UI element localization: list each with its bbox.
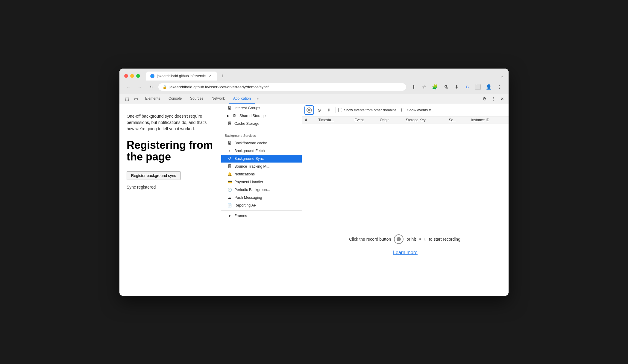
download-status-icon[interactable]: ⬇	[452, 83, 461, 91]
record-button[interactable]	[304, 105, 314, 115]
sidebar-item-label: Interest Groups	[234, 106, 260, 110]
empty-state: Click the record button or hit ⌘ E to st…	[302, 194, 509, 296]
push-messaging-icon: ☁	[227, 195, 232, 200]
clear-button[interactable]: ⊘	[315, 106, 324, 114]
sidebar-item-reporting-api[interactable]: 📄 Reporting API	[221, 201, 302, 209]
page-intro: One-off background sync doesn't require …	[127, 113, 214, 132]
sync-status: Sync registered	[127, 185, 214, 189]
show-events-input-2[interactable]	[401, 108, 405, 112]
close-devtools-icon[interactable]: ✕	[498, 95, 506, 103]
profile-icon[interactable]: 👤	[485, 83, 493, 91]
sidebar-item-label: Periodic Backgroun...	[234, 188, 270, 192]
sidebar-item-interest-groups[interactable]: 🗄 Interest Groups	[221, 104, 302, 112]
devtools-toolbar: ⬚ ▭ Elements Console Sources Network App…	[119, 94, 509, 104]
settings-icon[interactable]: ⚙	[480, 95, 488, 103]
notifications-icon: 🔔	[227, 172, 232, 177]
inspect-element-icon[interactable]: ⬚	[123, 95, 131, 103]
hint-record-dot	[397, 237, 401, 241]
cache-storage-icon: 🗄	[227, 121, 232, 126]
bookmark-icon[interactable]: ☆	[420, 83, 428, 91]
download-button[interactable]: ⬇	[325, 106, 333, 114]
sidebar-item-label: Push Messaging	[234, 195, 262, 200]
sidebar-item-label: Bounce Tracking Mi...	[234, 164, 270, 169]
periodic-background-icon: 🕐	[227, 187, 232, 192]
page-heading: Registering from the page	[127, 139, 214, 163]
maximize-button[interactable]	[136, 74, 140, 78]
minimize-button[interactable]	[130, 74, 134, 78]
sidebar-item-background-fetch[interactable]: ↕ Background Fetch	[221, 147, 302, 155]
sidebar-item-frames[interactable]: ▼ Frames	[221, 212, 302, 220]
extensions-icon[interactable]: 🧩	[431, 83, 439, 91]
tab-application[interactable]: Application	[229, 94, 255, 104]
sidebar-item-notifications[interactable]: 🔔 Notifications	[221, 170, 302, 178]
devtools-left-icons: ⬚ ▭	[122, 94, 141, 104]
device-toolbar-icon[interactable]: ▭	[132, 95, 140, 103]
register-sync-button[interactable]: Register background sync	[127, 171, 180, 180]
background-sync-icon: ↺	[227, 156, 232, 161]
refresh-button[interactable]: ↻	[147, 83, 155, 91]
sidebar-item-label: Payment Handler	[234, 180, 263, 184]
tab-close-button[interactable]: ✕	[208, 74, 213, 78]
col-number: #	[302, 116, 315, 124]
events-table: # Timesta... Event Origin Storage Key Se…	[302, 116, 509, 194]
title-bar: 🌐 jakearchibald.github.io/isservic ✕ + ⌄	[119, 69, 509, 81]
tab-favicon: 🌐	[150, 74, 154, 78]
hint-record-icon	[394, 234, 404, 244]
forward-button[interactable]: →	[136, 83, 144, 91]
google-icon[interactable]: G	[463, 83, 471, 91]
tab-sources[interactable]: Sources	[186, 94, 207, 104]
sidebar-item-label: Notifications	[234, 172, 255, 176]
events-data-table: # Timesta... Event Origin Storage Key Se…	[302, 116, 509, 124]
tab-console[interactable]: Console	[164, 94, 186, 104]
more-tabs-button[interactable]: »	[255, 94, 261, 103]
back-button[interactable]: ←	[124, 83, 133, 91]
col-storage-key: Storage Key	[403, 116, 446, 124]
hint-text-end: to start recording.	[429, 237, 462, 242]
sidebar-item-shared-storage[interactable]: ▶ 🗄 Shared Storage	[221, 112, 302, 120]
window-controls: ⌄	[500, 73, 504, 79]
record-hint: Click the record button or hit ⌘ E to st…	[349, 234, 462, 244]
sidebar-item-background-sync[interactable]: ↺ Background Sync	[221, 155, 302, 163]
interest-groups-icon: 🗄	[227, 106, 232, 110]
reporting-api-icon: 📄	[227, 203, 232, 208]
tab-elements[interactable]: Elements	[141, 94, 164, 104]
show-events-checkbox-1[interactable]: Show events from other domains	[338, 108, 396, 112]
devtools-right-icons: ⚙ ⋮ ✕	[480, 95, 506, 103]
sidebar-item-cache-storage[interactable]: 🗄 Cache Storage	[221, 120, 302, 128]
devtools-sidebar: 🗄 Interest Groups ▶ 🗄 Shared Storage 🗄 C…	[221, 104, 302, 296]
devtools-tabs: Elements Console Sources Network Applica…	[141, 94, 480, 104]
sidebar-item-bounce-tracking[interactable]: 🗄 Bounce Tracking Mi...	[221, 163, 302, 170]
new-tab-button[interactable]: +	[218, 72, 227, 81]
arrow-icon: ▶	[227, 114, 229, 117]
tab-network[interactable]: Network	[207, 94, 229, 104]
url-bar[interactable]: 🔒 jakearchibald.github.io/isserviceworke…	[158, 83, 406, 91]
close-button[interactable]	[124, 74, 128, 78]
sidebar-item-push-messaging[interactable]: ☁ Push Messaging	[221, 194, 302, 201]
shared-storage-icon: 🗄	[232, 113, 237, 118]
show-events-checkbox-2[interactable]: Show events fr...	[401, 108, 434, 112]
tabs-bar: 🌐 jakearchibald.github.io/isservic ✕ +	[146, 72, 496, 81]
background-services-header: Background Services	[221, 130, 302, 139]
devtools-panel: ⊘ ⬇ Show events from other domains Show …	[302, 104, 509, 296]
background-fetch-icon: ↕	[227, 148, 232, 153]
col-se: Se...	[446, 116, 468, 124]
traffic-lights	[124, 74, 140, 78]
split-screen-icon[interactable]: ⬜	[474, 83, 482, 91]
show-events-input-1[interactable]	[338, 108, 342, 112]
tab-title: jakearchibald.github.io/isservic	[157, 74, 206, 78]
sidebar-item-back-forward-cache[interactable]: 🗄 Back/forward cache	[221, 139, 302, 147]
more-options-icon[interactable]: ⋮	[489, 95, 497, 103]
browser-tab[interactable]: 🌐 jakearchibald.github.io/isservic ✕	[146, 72, 217, 81]
sidebar-item-label: Frames	[234, 214, 247, 218]
sidebar-item-label: Background Sync	[234, 157, 264, 161]
learn-more-link[interactable]: Learn more	[393, 250, 418, 255]
chevron-down-icon: ⌄	[500, 73, 504, 78]
sidebar-item-periodic-background[interactable]: 🕐 Periodic Backgroun...	[221, 186, 302, 194]
menu-icon[interactable]: ⋮	[495, 83, 504, 91]
sidebar-divider-2	[221, 210, 302, 211]
record-button-dot	[308, 109, 310, 111]
share-icon[interactable]: ⬆	[409, 83, 418, 91]
sidebar-item-label: Cache Storage	[234, 122, 259, 126]
sidebar-item-payment-handler[interactable]: 💳 Payment Handler	[221, 178, 302, 186]
lab-icon[interactable]: ⚗	[442, 83, 450, 91]
